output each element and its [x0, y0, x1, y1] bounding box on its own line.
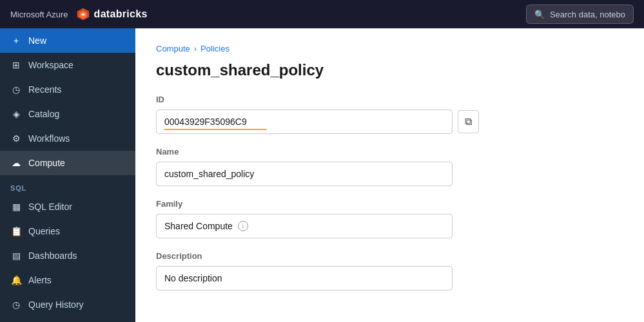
id-section: ID ⧉: [156, 95, 623, 134]
family-field: Shared Compute i: [156, 214, 453, 238]
search-bar[interactable]: 🔍 Search data, notebo: [526, 5, 634, 24]
main-content: Compute › Policies custom_shared_policy …: [135, 28, 644, 322]
id-row: ⧉: [156, 109, 623, 134]
sidebar-label-workspace: Workspace: [28, 60, 73, 70]
databricks-icon: [76, 7, 90, 21]
sidebar-label-alerts: Alerts: [28, 275, 52, 285]
sidebar-label-catalog: Catalog: [28, 109, 59, 119]
sidebar-label-workflows: Workflows: [28, 133, 70, 144]
sidebar: + New ⊞ Workspace ◷ Recents ◈ Catalog ⚙ …: [0, 28, 135, 322]
sidebar-item-workspace[interactable]: ⊞ Workspace: [0, 53, 135, 77]
catalog-icon: ◈: [10, 108, 22, 120]
sidebar-item-alerts[interactable]: 🔔 Alerts: [0, 268, 135, 292]
id-underline-decoration: [164, 129, 267, 130]
databricks-logo: databricks: [76, 7, 148, 21]
workflows-icon: ⚙: [10, 133, 22, 144]
compute-icon: ☁: [10, 157, 22, 169]
dashboards-icon: ▤: [10, 250, 22, 261]
sidebar-item-catalog[interactable]: ◈ Catalog: [0, 102, 135, 126]
azure-label: Microsoft Azure: [10, 10, 68, 19]
description-label: Description: [156, 251, 623, 261]
sql-section-label: SQL: [0, 175, 135, 194]
id-label: ID: [156, 95, 623, 104]
sql-editor-icon: ▦: [10, 201, 22, 213]
query-history-icon: ◷: [10, 299, 22, 310]
alerts-icon: 🔔: [10, 274, 22, 286]
family-value: Shared Compute: [164, 221, 233, 231]
workspace-icon: ⊞: [10, 59, 22, 71]
copy-icon: ⧉: [465, 116, 472, 128]
breadcrumb-policies[interactable]: Policies: [200, 44, 229, 53]
sidebar-item-dashboards[interactable]: ▤ Dashboards: [0, 243, 135, 268]
description-input[interactable]: [156, 266, 453, 290]
sidebar-label-recents: Recents: [28, 84, 61, 95]
sidebar-item-query-history[interactable]: ◷ Query History: [0, 292, 135, 317]
id-input-wrap: [156, 109, 453, 134]
topbar: Microsoft Azure databricks 🔍 Search data…: [0, 0, 644, 28]
sidebar-label-query-history: Query History: [28, 299, 84, 310]
sidebar-item-new[interactable]: + New: [0, 28, 135, 53]
copy-button[interactable]: ⧉: [458, 110, 479, 133]
logo-text: databricks: [94, 8, 148, 20]
breadcrumb-compute[interactable]: Compute: [156, 44, 190, 53]
sidebar-item-workflows[interactable]: ⚙ Workflows: [0, 126, 135, 151]
id-input[interactable]: [156, 109, 453, 134]
breadcrumb: Compute › Policies: [156, 44, 623, 53]
name-input[interactable]: [156, 162, 453, 186]
new-icon: +: [10, 35, 22, 46]
family-label: Family: [156, 199, 623, 209]
sidebar-item-compute[interactable]: ☁ Compute: [0, 151, 135, 175]
search-text: Search data, notebo: [550, 10, 625, 19]
name-section: Name: [156, 147, 623, 186]
sidebar-label-dashboards: Dashboards: [28, 251, 77, 261]
queries-icon: 📋: [10, 225, 22, 237]
search-icon: 🔍: [534, 10, 545, 19]
sidebar-label-sql-editor: SQL Editor: [28, 202, 72, 212]
sidebar-item-queries[interactable]: 📋 Queries: [0, 219, 135, 243]
sidebar-label-queries: Queries: [28, 226, 60, 236]
info-icon[interactable]: i: [238, 221, 248, 231]
main-layout: + New ⊞ Workspace ◷ Recents ◈ Catalog ⚙ …: [0, 28, 644, 322]
recents-icon: ◷: [10, 84, 22, 95]
name-label: Name: [156, 147, 623, 156]
description-section: Description: [156, 251, 623, 290]
sidebar-label-new: New: [28, 35, 46, 46]
sidebar-item-recents[interactable]: ◷ Recents: [0, 77, 135, 102]
page-title: custom_shared_policy: [156, 61, 623, 79]
sidebar-item-sql-editor[interactable]: ▦ SQL Editor: [0, 194, 135, 219]
family-section: Family Shared Compute i: [156, 199, 623, 238]
breadcrumb-separator: ›: [194, 44, 197, 53]
sidebar-label-compute: Compute: [28, 158, 65, 168]
